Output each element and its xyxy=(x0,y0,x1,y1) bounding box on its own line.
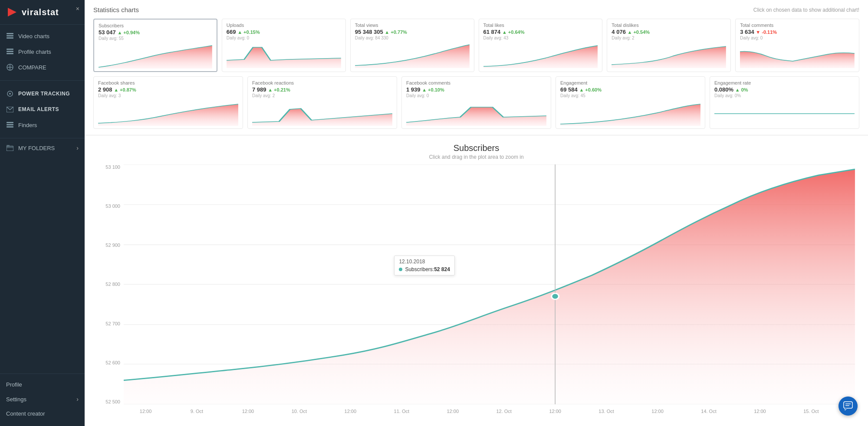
sidebar-bottom: Profile Settings › Content creator xyxy=(0,374,85,426)
stat-card-total-views[interactable]: Total views 95 348 305 ▲ +0.77% Daily av… xyxy=(350,19,474,72)
y-axis-label: 52 700 xyxy=(105,321,120,326)
stat-change-total-dislikes: ▲ +0.54% xyxy=(627,29,650,35)
stat-change-fb-shares: ▲ +0.87% xyxy=(114,87,136,92)
stat-value-engagement: 69 584 ▲ +0.60% xyxy=(560,86,700,93)
y-axis: 53 10053 00052 90052 80052 70052 60052 5… xyxy=(98,164,124,404)
stat-value-uploads: 669 ▲ +0.15% xyxy=(227,29,341,35)
sidebar-item-finders[interactable]: Finders xyxy=(0,117,85,133)
stat-chart-mini-subscribers xyxy=(99,43,212,69)
x-axis-label: 11. Oct xyxy=(394,409,409,414)
stats-header: Statistics charts Click on chosen data t… xyxy=(93,6,859,13)
my-folders-label: MY FOLDERS xyxy=(18,145,55,151)
stat-name-fb-shares: Facebook shares xyxy=(98,80,238,85)
stats-panel: Statistics charts Click on chosen data t… xyxy=(85,0,868,135)
x-axis-label: 12:00 xyxy=(549,409,561,414)
stat-avg-total-views: Daily avg: 84 330 xyxy=(355,36,470,40)
svg-rect-13 xyxy=(7,122,13,123)
sidebar-item-my-folders[interactable]: MY FOLDERS › xyxy=(0,140,85,156)
stat-chart-mini-fb-reactions xyxy=(252,101,392,126)
stat-card-total-likes[interactable]: Total likes 61 874 ▲ +0.64% Daily avg: 4… xyxy=(479,19,603,72)
sidebar-item-profile-charts[interactable]: Profile charts xyxy=(0,44,85,59)
stat-name-total-likes: Total likes xyxy=(483,23,598,28)
x-axis-label: 10. Oct xyxy=(292,409,307,414)
stat-card-total-dislikes[interactable]: Total dislikes 4 076 ▲ +0.54% Daily avg:… xyxy=(607,19,731,72)
sidebar-item-profile[interactable]: Profile xyxy=(0,377,85,392)
nav-section-tools: POWER TRACKING EMAIL ALERTS Finders xyxy=(0,82,85,136)
stat-chart-mini-fb-shares xyxy=(98,101,238,126)
stat-value-fb-comments: 1 939 ▲ +0.10% xyxy=(406,86,546,93)
sidebar-item-power-tracking[interactable]: POWER TRACKING xyxy=(0,86,85,102)
sidebar-header: viralstat × xyxy=(0,0,85,25)
stat-value-total-dislikes: 4 076 ▲ +0.54% xyxy=(612,29,726,35)
sidebar-item-compare[interactable]: COMPARE xyxy=(0,59,85,75)
finders-icon xyxy=(6,121,14,129)
stat-avg-subscribers: Daily avg: 55 xyxy=(99,36,212,41)
stat-avg-engagement: Daily avg: 45 xyxy=(560,93,700,98)
stats-grid-row1: Subscribers 53 047 ▲ +0.94% Daily avg: 5… xyxy=(93,19,859,72)
chat-button[interactable] xyxy=(838,397,858,416)
power-tracking-icon xyxy=(6,90,14,98)
stat-card-fb-shares[interactable]: Facebook shares 2 908 ▲ +0.87% Daily avg… xyxy=(93,76,243,129)
x-axis-label: 12:00 xyxy=(140,409,152,414)
svg-rect-14 xyxy=(7,124,13,125)
stat-change-subscribers: ▲ +0.94% xyxy=(117,30,140,35)
svg-rect-1 xyxy=(7,33,13,34)
y-axis-label: 52 900 xyxy=(105,242,120,248)
stat-avg-engagement-rate: Daily avg: 0% xyxy=(714,93,855,98)
stat-card-engagement[interactable]: Engagement 69 584 ▲ +0.60% Daily avg: 45 xyxy=(556,76,705,129)
stat-change-total-views: ▲ +0.77% xyxy=(385,29,407,35)
sidebar-item-email-alerts[interactable]: EMAIL ALERTS xyxy=(0,102,85,117)
email-alerts-label: EMAIL ALERTS xyxy=(18,106,79,112)
stats-hint: Click on chosen data to show additional … xyxy=(753,7,859,13)
stat-card-fb-reactions[interactable]: Facebook reactions 7 989 ▲ +0.21% Daily … xyxy=(247,76,397,129)
svg-point-11 xyxy=(9,93,11,95)
chart-title: Subscribers xyxy=(98,143,855,153)
x-axis-label: 14. Oct xyxy=(701,409,716,414)
stat-chart-mini-uploads xyxy=(227,43,341,68)
stats-grid-row2: Facebook shares 2 908 ▲ +0.87% Daily avg… xyxy=(93,76,859,129)
stat-card-uploads[interactable]: Uploads 669 ▲ +0.15% Daily avg: 0 xyxy=(222,19,346,72)
stat-name-total-comments: Total comments xyxy=(740,23,855,28)
x-axis: 12:009. Oct12:0010. Oct12:0011. Oct12:00… xyxy=(124,405,855,417)
sidebar-item-content-creator[interactable]: Content creator xyxy=(0,406,85,421)
x-axis-label: 12:00 xyxy=(242,409,254,414)
stat-value-fb-shares: 2 908 ▲ +0.87% xyxy=(98,86,238,93)
x-axis-label: 12:00 xyxy=(754,409,766,414)
stat-name-total-dislikes: Total dislikes xyxy=(612,23,726,28)
profile-label: Profile xyxy=(6,381,79,388)
sidebar: viralstat × Video charts Profile charts … xyxy=(0,0,85,426)
stat-change-engagement-rate: ▲ 0% xyxy=(735,87,748,92)
stat-change-uploads: ▲ +0.15% xyxy=(237,29,260,35)
stat-card-total-comments[interactable]: Total comments 3 634 ▼ -0.11% Daily avg:… xyxy=(735,19,859,72)
stat-name-total-views: Total views xyxy=(355,23,470,28)
x-axis-label: 9. Oct xyxy=(191,409,203,414)
chart-container[interactable]: 53 10053 00052 90052 80052 70052 60052 5… xyxy=(98,164,855,417)
stat-avg-total-comments: Daily avg: 0 xyxy=(740,36,855,40)
stat-value-total-comments: 3 634 ▼ -0.11% xyxy=(740,29,855,35)
stat-avg-fb-shares: Daily avg: 3 xyxy=(98,93,238,98)
stat-value-total-views: 95 348 305 ▲ +0.77% xyxy=(355,29,470,35)
video-charts-icon xyxy=(6,32,14,40)
stat-name-uploads: Uploads xyxy=(227,23,341,28)
app-name: viralstat xyxy=(22,7,59,17)
stat-card-fb-comments[interactable]: Facebook comments 1 939 ▲ +0.10% Daily a… xyxy=(401,76,551,129)
stat-value-fb-reactions: 7 989 ▲ +0.21% xyxy=(252,86,392,93)
stat-chart-mini-total-comments xyxy=(740,43,855,68)
stat-name-fb-comments: Facebook comments xyxy=(406,80,546,85)
stat-change-total-likes: ▲ +0.64% xyxy=(502,29,525,35)
y-axis-label: 52 500 xyxy=(105,399,120,404)
stat-avg-total-likes: Daily avg: 43 xyxy=(483,36,598,40)
settings-label: Settings xyxy=(6,396,76,403)
stat-card-engagement-rate[interactable]: Engagement rate 0.080% ▲ 0% Daily avg: 0… xyxy=(710,76,859,129)
svg-rect-4 xyxy=(7,49,13,50)
close-button[interactable]: × xyxy=(76,5,79,12)
sidebar-item-settings[interactable]: Settings › xyxy=(0,392,85,406)
stat-change-fb-comments: ▲ +0.10% xyxy=(422,87,444,92)
stat-chart-mini-total-likes xyxy=(483,43,598,68)
nav-divider-2 xyxy=(0,138,85,138)
sidebar-item-video-charts[interactable]: Video charts xyxy=(0,28,85,44)
svg-point-26 xyxy=(552,293,559,299)
stat-card-subscribers[interactable]: Subscribers 53 047 ▲ +0.94% Daily avg: 5… xyxy=(93,19,217,72)
svg-rect-3 xyxy=(7,37,13,39)
main-content: Statistics charts Click on chosen data t… xyxy=(85,0,868,426)
